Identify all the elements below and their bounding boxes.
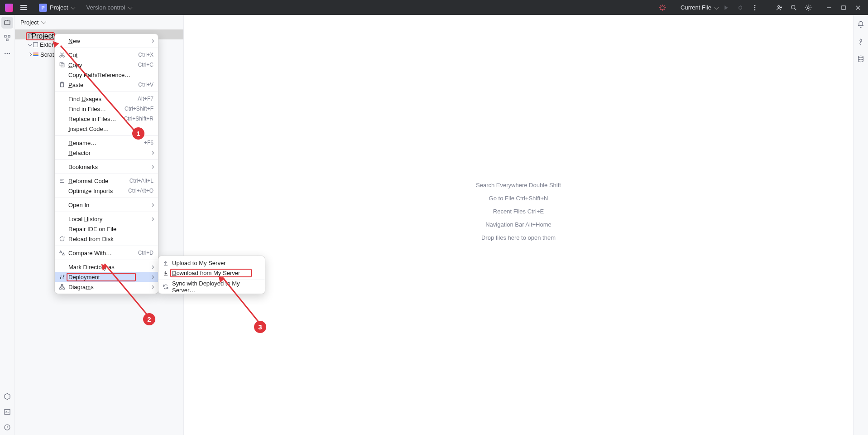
main-menu-button[interactable] [17,1,30,14]
chevron-down-icon [71,4,76,9]
services-tool-button[interactable] [1,391,13,402]
topbar-left-group: P Project Version control [0,1,131,14]
run-button[interactable] [719,1,732,14]
chevron-down-icon [41,19,46,24]
menu-rename[interactable]: Rename…+F6 [55,138,158,148]
svg-rect-11 [6,39,8,41]
minimize-button[interactable] [822,0,836,15]
menu-copy[interactable]: CopyCtrl+C [55,60,158,70]
tree-root-label: Project [31,32,54,40]
chevron-right-icon [151,165,154,168]
top-bar: P Project Version control Current File [0,0,868,15]
menu-repair[interactable]: Repair IDE on File [55,224,158,234]
menu-copy-shortcut: Ctrl+C [138,62,153,68]
notifications-tool-button[interactable] [855,19,867,30]
menu-reload[interactable]: Reload from Disk [55,234,158,244]
menu-refactor[interactable]: Refactor [55,148,158,158]
menu-rename-shortcut: +F6 [144,140,153,146]
deployment-icon [58,273,66,280]
menu-deployment[interactable]: Deployment [55,272,158,282]
chevron-right-icon [151,203,154,206]
more-actions-button[interactable] [748,1,761,14]
sidebar-header[interactable]: Project [15,15,183,29]
maximize-button[interactable] [836,0,851,15]
chevron-right-icon [28,53,32,56]
svg-point-0 [661,6,664,10]
menu-separator [55,246,158,246]
submenu-download[interactable]: Download from My Server [158,268,265,278]
menu-paste[interactable]: PasteCtrl+V [55,80,158,90]
debug-indicator-icon[interactable] [656,1,669,14]
project-tool-button[interactable] [1,17,13,29]
svg-point-17 [858,56,863,58]
editor-area: Search Everywhere Double Shift Go to Fil… [184,15,853,435]
compare-icon [58,249,66,256]
menu-separator [55,212,158,212]
problems-tool-button[interactable] [1,421,13,433]
chevron-right-icon [151,285,154,288]
hint-navigation-bar: Navigation Bar Alt+Home [485,221,551,228]
ai-tool-button[interactable] [855,36,867,48]
menu-replace-in-files-label: Replace in Files… [68,116,116,122]
menu-compare[interactable]: Compare With…Ctrl+D [55,248,158,258]
svg-point-4 [754,9,756,10]
version-control-dropdown[interactable]: Version control [86,4,131,11]
menu-replace-in-files[interactable]: Replace in Files…Ctrl+Shift+R [55,114,158,124]
code-with-me-icon[interactable] [773,1,786,14]
close-button[interactable] [851,0,865,15]
search-everywhere-button[interactable] [787,1,800,14]
svg-point-2 [754,5,756,6]
run-config-selector[interactable]: Current File [681,4,718,11]
menu-find-usages-shortcut: Alt+F7 [138,96,153,102]
project-name-label: Project [50,4,68,11]
menu-diagrams[interactable]: Diagrams [55,282,158,292]
menu-separator [55,260,158,260]
project-selector[interactable]: P Project [36,3,77,13]
menu-repair-label: Repair IDE on File [68,226,116,232]
reload-icon [58,235,66,242]
app-logo-icon[interactable] [3,1,15,14]
menu-bookmarks[interactable]: Bookmarks [55,162,158,172]
structure-tool-button[interactable] [1,32,13,44]
svg-point-6 [791,5,795,9]
database-tool-button[interactable] [855,53,867,65]
project-letter-icon: P [39,4,47,12]
svg-point-12 [5,53,6,54]
svg-point-1 [739,6,742,9]
cut-icon [58,51,66,58]
menu-reformat[interactable]: Reformat CodeCtrl+Alt+L [55,176,158,186]
submenu-upload[interactable]: Upload to My Server [158,258,265,268]
copy-icon [58,61,66,68]
reformat-icon [58,177,66,184]
annotation-badge-2: 2 [143,313,155,325]
menu-optimize[interactable]: Optimize ImportsCtrl+Alt+O [55,186,158,196]
svg-rect-9 [5,35,6,37]
settings-button[interactable] [802,1,815,14]
svg-point-13 [7,53,8,54]
vc-label: Version control [86,4,125,11]
svg-rect-15 [5,410,10,415]
tree-root-highlight[interactable]: Project [26,32,55,40]
menu-local-history[interactable]: Local History [55,214,158,224]
paste-icon [58,81,66,88]
chevron-right-icon [151,265,154,268]
folder-icon [28,34,29,39]
menu-find-in-files[interactable]: Find in Files…Ctrl+Shift+F [55,104,158,114]
more-tools-button[interactable] [1,48,13,59]
menu-open-in[interactable]: Open In [55,200,158,210]
svg-rect-25 [60,288,62,289]
submenu-sync[interactable]: Sync with Deployed to My Server… [158,282,265,292]
debug-button[interactable] [734,1,747,14]
svg-rect-8 [842,6,845,10]
menu-new[interactable]: NNewew [55,36,158,46]
menu-copy-path[interactable]: Copy Path/Reference… [55,70,158,80]
menu-separator [55,92,158,92]
menu-deployment-label: Deployment [68,274,100,280]
chevron-down-icon [28,43,32,46]
editor-hints: Search Everywhere Double Shift Go to Fil… [476,182,561,241]
terminal-tool-button[interactable] [1,406,13,418]
menu-separator [55,48,158,48]
chevron-down-icon [128,4,133,9]
download-icon [162,269,169,276]
run-config-label: Current File [681,4,711,11]
